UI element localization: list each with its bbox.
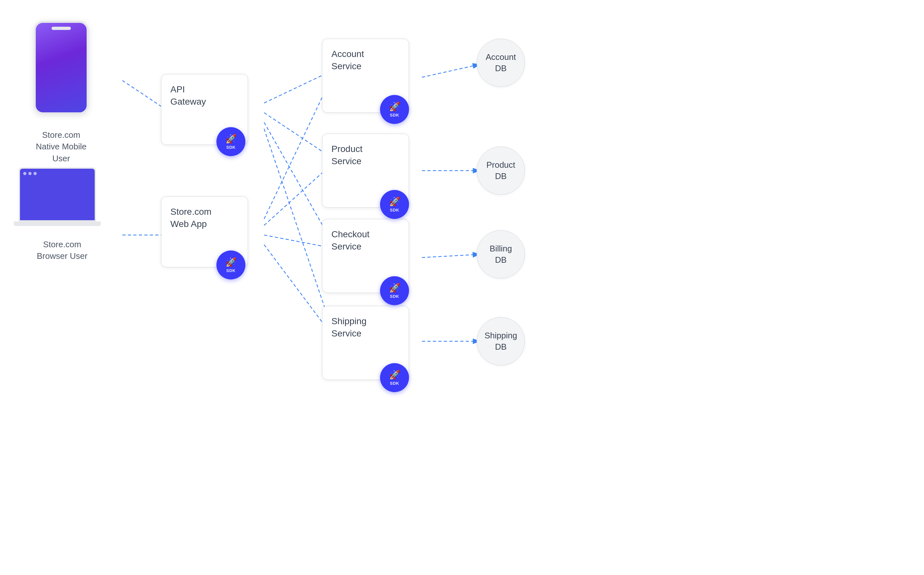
shipping-db: Shipping DB [477, 317, 525, 365]
product-service-sdk-icon: 🚀 [389, 196, 400, 207]
account-db-label: Account DB [486, 51, 516, 74]
checkout-service-sdk: 🚀 SDK [380, 276, 409, 305]
svg-line-7 [264, 77, 332, 219]
product-service-sdk: 🚀 SDK [380, 190, 409, 219]
phone-notch [51, 27, 71, 30]
checkout-service-sdk-label: SDK [390, 294, 399, 299]
checkout-service-sdk-icon: 🚀 [389, 283, 400, 293]
svg-line-10 [264, 245, 332, 335]
account-service-label: Account Service [331, 48, 364, 72]
phone-body [34, 21, 89, 114]
shipping-service-label: Shipping Service [331, 315, 366, 340]
shipping-service-sdk-label: SDK [390, 381, 399, 386]
browser-user-label: Store.com Browser User [19, 238, 106, 262]
svg-line-11 [422, 64, 480, 77]
api-gateway-sdk-icon: 🚀 [226, 133, 237, 144]
checkout-service-label: Checkout Service [331, 228, 369, 253]
laptop-device [19, 167, 96, 226]
api-gateway-sdk-label: SDK [226, 145, 236, 150]
svg-line-4 [264, 113, 332, 158]
mobile-user-label: Store.com Native Mobile User [30, 129, 92, 164]
webapp-sdk-label: SDK [226, 268, 236, 273]
account-service-sdk-icon: 🚀 [389, 102, 400, 112]
product-db-label: Product DB [486, 159, 515, 182]
diagram-container: Store.com Native Mobile User Store.com B… [0, 0, 924, 575]
product-service-label: Product Service [331, 143, 363, 167]
svg-line-6 [264, 129, 332, 329]
webapp-label: Store.com Web App [170, 206, 212, 230]
laptop-screen-outer [19, 167, 96, 221]
shipping-db-label: Shipping DB [484, 330, 517, 353]
laptop-screen-inner [20, 169, 95, 220]
webapp-sdk-icon: 🚀 [226, 257, 237, 268]
api-gateway-label: API Gateway [170, 83, 206, 108]
svg-line-3 [264, 71, 332, 103]
svg-line-9 [264, 235, 332, 248]
billing-db-label: Billing DB [490, 243, 512, 265]
api-gateway-sdk: 🚀 SDK [216, 127, 245, 156]
mobile-device [30, 21, 92, 130]
webapp-sdk: 🚀 SDK [216, 251, 245, 280]
shipping-service-sdk: 🚀 SDK [380, 363, 409, 392]
billing-db: Billing DB [477, 230, 525, 278]
arrows-svg [0, 0, 924, 575]
svg-line-8 [264, 164, 332, 226]
laptop-dot-3 [33, 172, 37, 175]
laptop-dot-2 [29, 172, 32, 175]
svg-line-13 [422, 254, 480, 257]
account-service-sdk-label: SDK [390, 113, 399, 118]
account-service-sdk: 🚀 SDK [380, 95, 409, 124]
laptop-dot-1 [23, 172, 26, 175]
product-db: Product DB [477, 146, 525, 195]
product-service-sdk-label: SDK [390, 208, 399, 213]
shipping-service-sdk-icon: 🚀 [389, 370, 400, 380]
laptop-base [14, 221, 101, 226]
svg-line-5 [264, 122, 332, 241]
account-db: Account DB [477, 39, 525, 87]
